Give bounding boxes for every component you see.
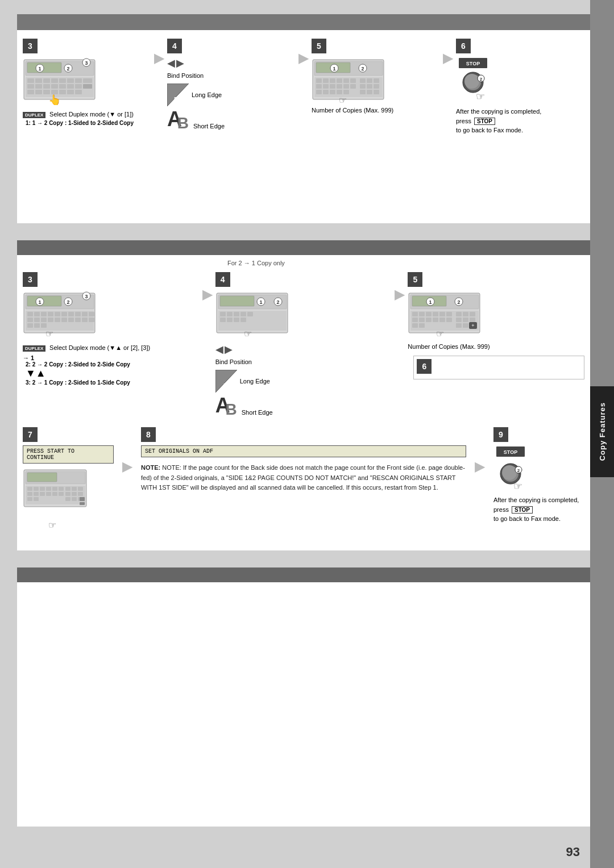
svg-rect-118	[227, 312, 233, 316]
step4-item: 4 ◀ ▶ Bind Position B Long Edge	[167, 39, 296, 130]
s2-duplex-label: DUPLEX	[23, 345, 45, 352]
svg-text:2: 2	[458, 299, 460, 305]
s2-step6-num: 6	[417, 359, 432, 374]
svg-rect-101	[82, 318, 88, 322]
copier-svg-s2-4: 1 2 ☞	[215, 290, 289, 339]
svg-rect-13	[35, 84, 42, 89]
svg-rect-171	[65, 487, 70, 491]
svg-text:1: 1	[259, 299, 262, 305]
svg-rect-85	[41, 312, 47, 316]
svg-text:2: 2	[480, 77, 483, 82]
s2-step3-device: 1 2 3 ☞	[23, 290, 200, 340]
svg-rect-9	[67, 78, 74, 83]
svg-rect-124	[234, 318, 239, 322]
svg-rect-44	[367, 84, 372, 89]
svg-rect-93	[27, 318, 33, 322]
step3-item: 3	[23, 39, 151, 126]
svg-text:1: 1	[429, 299, 432, 305]
svg-rect-172	[72, 487, 77, 491]
copier-svg-7: ☞	[23, 467, 88, 529]
s2-step5-label: Number of Copies (Max. 999)	[408, 343, 584, 350]
svg-rect-120	[240, 312, 246, 316]
svg-rect-89	[68, 312, 74, 316]
svg-rect-104	[34, 323, 40, 328]
svg-rect-184	[52, 487, 57, 491]
arrow-7-8: ▶	[122, 427, 132, 474]
svg-rect-178	[72, 497, 77, 501]
svg-rect-11	[83, 78, 92, 83]
s2-step3: 3	[23, 272, 200, 386]
svg-rect-125	[240, 318, 246, 322]
svg-text:STOP: STOP	[504, 449, 517, 455]
copier-svg-s2-3: 1 2 3 ☞	[23, 290, 97, 339]
svg-rect-40	[360, 78, 366, 83]
svg-text:+: +	[472, 323, 475, 328]
step7-display: PRESS START TO CONTINUE	[23, 445, 114, 464]
svg-point-75	[464, 74, 479, 89]
arrow-3-4: ▶	[154, 39, 164, 66]
svg-rect-25	[67, 90, 74, 94]
s2-bind-arrows: ◀ ▶	[215, 343, 392, 356]
svg-rect-193	[34, 497, 39, 501]
short-edge-diagram: A B Short Edge	[167, 109, 296, 130]
svg-text:👆: 👆	[48, 94, 61, 105]
svg-text:STOP: STOP	[466, 61, 480, 66]
svg-rect-4	[27, 78, 34, 83]
svg-rect-180	[27, 487, 32, 491]
svg-rect-14	[43, 84, 50, 89]
svg-rect-26	[75, 90, 82, 94]
s2-long-edge: B Long Edge	[215, 370, 392, 393]
svg-rect-186	[27, 492, 32, 496]
s2-step3-instruction: Select Duplex mode (▼▲ or [2], [3])	[49, 344, 150, 351]
svg-rect-64	[337, 90, 342, 94]
svg-rect-144	[463, 323, 468, 328]
svg-text:B: B	[174, 96, 179, 103]
s2-step5-num: 5	[408, 272, 422, 287]
section1-panel: 3	[17, 30, 590, 223]
stop-btn-svg: STOP 2 ☞	[456, 57, 501, 102]
step8-note: NOTE: NOTE: If the page count for the Ba…	[141, 463, 466, 493]
svg-rect-59	[343, 84, 349, 89]
step1-sub: 1: 1 → 2 Copy : 1-Sided to 2-Sided Copy	[26, 120, 151, 126]
right-sidebar: Copy Features	[590, 0, 614, 868]
svg-rect-182	[40, 487, 45, 491]
svg-rect-12	[27, 84, 34, 89]
svg-marker-131	[215, 370, 237, 393]
svg-text:1: 1	[333, 66, 335, 72]
arrow-5-6: ▶	[443, 39, 453, 66]
svg-rect-117	[220, 312, 226, 316]
step3-number: 3	[23, 39, 38, 53]
s2-step5-device: 1 2 + ☞	[408, 290, 584, 340]
svg-text:2: 2	[361, 66, 364, 72]
step3-device: 1 2 3 👆	[23, 57, 151, 107]
svg-rect-90	[75, 312, 81, 316]
s2-step5: 5	[408, 272, 584, 379]
svg-rect-115	[220, 296, 254, 306]
svg-rect-188	[40, 492, 45, 496]
section5-panel	[17, 582, 590, 827]
svg-text:3: 3	[85, 60, 88, 66]
svg-rect-83	[27, 312, 33, 316]
svg-rect-143	[456, 323, 462, 328]
arrow-8-9: ▶	[475, 427, 485, 474]
section-divider-1	[17, 240, 590, 255]
stop-button-area: STOP 2 ☞	[456, 57, 584, 104]
s2-short-edge: A B Short Edge	[215, 395, 392, 416]
svg-rect-17	[67, 84, 74, 89]
svg-rect-16	[59, 84, 66, 89]
s2-step4-label: Bind Position	[215, 358, 392, 365]
svg-rect-98	[61, 318, 67, 322]
svg-rect-88	[61, 312, 67, 316]
svg-text:☞: ☞	[513, 481, 522, 491]
svg-rect-97	[55, 318, 60, 322]
svg-text:2: 2	[276, 299, 279, 305]
page-number: 93	[566, 845, 580, 859]
step6-number: 6	[456, 39, 471, 53]
svg-text:B: B	[223, 382, 228, 389]
svg-rect-42	[374, 78, 379, 83]
arrow-4-5: ▶	[298, 39, 309, 66]
svg-rect-148	[426, 312, 432, 316]
svg-rect-187	[34, 492, 39, 496]
fold-svg-s2-long: B	[215, 370, 237, 393]
step8-item: 8 SET ORIGINALS ON ADF NOTE: NOTE: If th…	[141, 427, 466, 493]
